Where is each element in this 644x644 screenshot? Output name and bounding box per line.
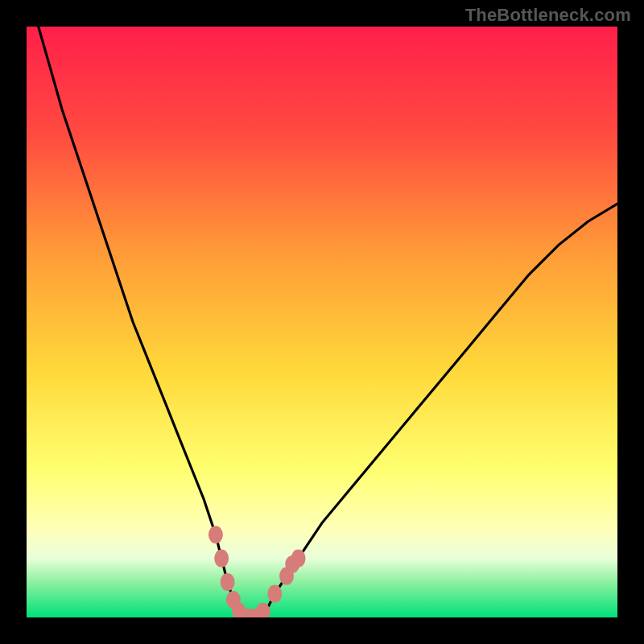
curve-marker — [291, 550, 306, 568]
curve-marker — [221, 573, 235, 591]
chart-frame: TheBottleneck.com — [0, 0, 644, 644]
curve-marker — [214, 550, 229, 568]
frame-left — [0, 0, 27, 644]
curve-marker — [267, 585, 282, 603]
watermark: TheBottleneck.com — [465, 5, 631, 26]
chart-svg — [0, 0, 644, 644]
frame-bottom — [0, 617, 644, 644]
curve-marker — [208, 526, 223, 543]
plot-background — [27, 27, 617, 617]
frame-right — [617, 0, 644, 644]
